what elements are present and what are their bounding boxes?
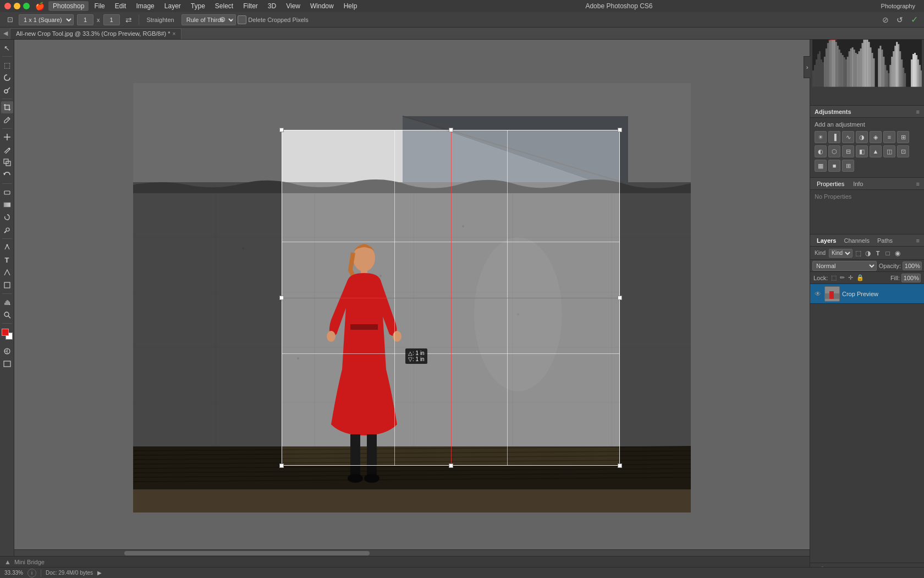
menu-view[interactable]: View (282, 1, 305, 11)
crop-handle-br[interactable] (618, 464, 622, 468)
layer-filter-type[interactable]: T (873, 249, 882, 258)
lock-paint-icon[interactable]: ✏ (840, 274, 845, 281)
menu-image[interactable]: Image (131, 1, 158, 11)
layer-item[interactable]: 👁 Crop Preview (810, 284, 924, 304)
crop-overlay[interactable]: △: 1 in ▽: 1 in (282, 130, 620, 466)
crop-handle-ml[interactable] (279, 296, 284, 300)
shape-tool[interactable] (1, 279, 13, 291)
layers-expand[interactable]: ≡ (916, 237, 920, 244)
info-tab[interactable]: Info (851, 179, 865, 188)
adj-selective[interactable]: ⊡ (897, 145, 909, 157)
h-scrollbar[interactable] (14, 549, 810, 556)
adj-vibrancy[interactable]: ◈ (870, 131, 882, 143)
quick-mask-button[interactable] (1, 345, 13, 357)
crop-ratio-icon[interactable]: ⊡ (4, 14, 15, 25)
healing-tool[interactable] (1, 131, 13, 143)
lock-all-icon[interactable]: 🔒 (856, 274, 864, 281)
layer-filter-shape[interactable]: □ (883, 249, 892, 258)
adj-bw[interactable]: ◐ (815, 145, 827, 157)
maximize-button[interactable] (23, 3, 30, 9)
opacity-input[interactable] (903, 261, 922, 270)
adj-threshold[interactable]: ◫ (883, 145, 895, 157)
properties-tab[interactable]: Properties (815, 179, 846, 188)
doc-size-arrow[interactable]: ▶ (97, 570, 102, 576)
path-select-tool[interactable] (1, 266, 13, 279)
blend-mode-select[interactable]: Normal (812, 261, 877, 271)
close-button[interactable] (4, 3, 11, 9)
clone-tool[interactable] (1, 156, 13, 168)
marquee-tool[interactable]: ⬚ (1, 59, 13, 71)
delete-pixels-checkbox[interactable]: Delete Cropped Pixels (238, 15, 308, 24)
width-input[interactable] (77, 14, 94, 25)
adj-hsl[interactable]: ≡ (883, 131, 895, 143)
layer-filter-adj[interactable]: ◑ (864, 249, 872, 258)
screen-mode-button[interactable] (1, 358, 13, 370)
lasso-tool[interactable] (1, 72, 13, 84)
pen-tool[interactable] (1, 241, 13, 253)
crop-handle-mr[interactable] (618, 296, 622, 300)
adj-levels[interactable]: ▐ (828, 131, 840, 143)
dodge-tool[interactable] (1, 224, 13, 236)
crop-handle-bl[interactable] (279, 464, 284, 468)
eraser-tool[interactable] (1, 186, 13, 198)
adj-brightness[interactable]: ☀ (815, 131, 827, 143)
mini-bridge-label[interactable]: Mini Bridge (14, 559, 45, 565)
menu-window[interactable]: Window (306, 1, 338, 11)
tab-arrow[interactable]: ◀ (3, 30, 8, 37)
blur-tool[interactable] (1, 211, 13, 223)
menu-photoshop[interactable]: Photoshop (48, 1, 89, 11)
swap-icon[interactable]: ⇄ (123, 14, 134, 25)
crop-handle-tr[interactable] (618, 128, 622, 132)
gradient-tool[interactable] (1, 199, 13, 211)
cancel-crop-icon[interactable]: ⊘ (880, 14, 891, 25)
zoom-info-icon[interactable]: i (28, 569, 36, 577)
menu-3d[interactable]: 3D (263, 1, 280, 11)
crop-handle-tl[interactable] (279, 128, 284, 132)
layer-filter-sm[interactable]: ◉ (893, 249, 902, 258)
apple-icon[interactable]: 🍎 (35, 2, 44, 10)
layer-visibility-icon[interactable]: 👁 (813, 290, 822, 298)
eyedropper-tool[interactable] (1, 114, 13, 126)
channels-tab[interactable]: Channels (842, 236, 871, 245)
adj-gradient-map[interactable]: ▦ (815, 160, 827, 172)
zoom-display[interactable]: 33.33% (4, 570, 23, 576)
mini-bridge-icon[interactable]: ▲ (4, 558, 11, 566)
zoom-tool[interactable] (1, 309, 13, 321)
photo-container[interactable]: △: 1 in ▽: 1 in (133, 83, 691, 512)
kind-select[interactable]: Kind (829, 249, 853, 258)
minimize-button[interactable] (14, 3, 20, 9)
height-input[interactable] (103, 14, 120, 25)
adjustments-expand[interactable]: ≡ (916, 108, 920, 115)
properties-expand[interactable]: ≡ (916, 181, 920, 187)
menu-layer[interactable]: Layer (160, 1, 185, 11)
menu-edit[interactable]: Edit (111, 1, 131, 11)
paths-tab[interactable]: Paths (875, 236, 895, 245)
adj-invert[interactable]: ◧ (856, 145, 868, 157)
hand-tool[interactable] (1, 296, 13, 308)
adj-curves[interactable]: ∿ (842, 131, 854, 143)
adj-colorbal[interactable]: ⊞ (897, 131, 909, 143)
type-tool[interactable]: T (1, 254, 13, 266)
workspace-label[interactable]: Photography (877, 2, 920, 10)
straighten-button[interactable]: Straighten (144, 15, 178, 24)
panel-collapse-button[interactable]: › (804, 56, 810, 78)
document-tab[interactable]: All-new Crop Tool.jpg @ 33.3% (Crop Prev… (10, 28, 182, 39)
h-scrollbar-thumb[interactable] (124, 551, 370, 555)
crop-handle-bc[interactable] (449, 464, 453, 468)
lock-transparency-icon[interactable]: ⬚ (831, 274, 837, 281)
menu-filter[interactable]: Filter (239, 1, 262, 11)
menu-help[interactable]: Help (339, 1, 362, 11)
layer-filter-pixel[interactable]: ⬚ (854, 249, 862, 258)
fill-input[interactable] (901, 274, 921, 282)
crop-tool[interactable] (1, 101, 13, 113)
view-select-icon[interactable]: Rule of Thirds (203, 14, 214, 25)
tab-close-button[interactable]: × (173, 31, 176, 37)
adj-solid-color[interactable]: ■ (828, 160, 840, 172)
commit-crop-icon[interactable]: ✓ (909, 14, 920, 25)
settings-icon[interactable]: ⚙ (217, 14, 228, 25)
reset-icon[interactable]: ↺ (894, 14, 905, 25)
history-brush[interactable] (1, 169, 13, 181)
color-swatch[interactable] (1, 328, 13, 340)
lock-position-icon[interactable]: ✛ (848, 274, 853, 281)
quick-select-tool[interactable] (1, 84, 13, 96)
